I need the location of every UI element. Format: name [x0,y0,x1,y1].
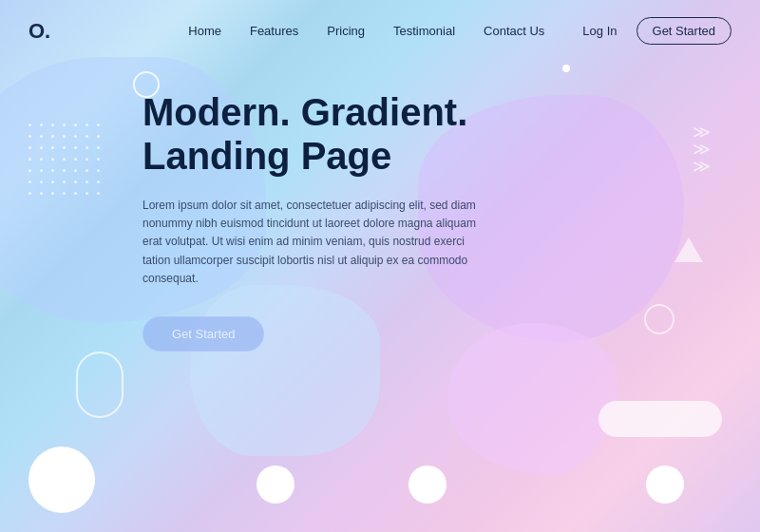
navbar: O. Home Features Pricing Testimonial Con… [0,0,760,62]
pill-shape [598,401,722,437]
nav-actions: Log In Get Started [582,17,732,45]
nav-pricing[interactable]: Pricing [327,24,365,38]
hero-description: Lorem ipsum dolor sit amet, consectetuer… [142,197,484,288]
login-button[interactable]: Log In [582,24,617,38]
get-started-nav-button[interactable]: Get Started [636,17,732,45]
white-circle-3 [408,466,446,504]
white-circle-4 [646,466,684,504]
nav-home[interactable]: Home [188,24,221,38]
nav-contact[interactable]: Contact Us [484,24,544,38]
white-circle-1 [28,446,95,513]
white-circle-2 [256,466,294,504]
nav-testimonial[interactable]: Testimonial [393,24,455,38]
logo: O. [28,19,50,44]
nav-features[interactable]: Features [250,24,298,38]
nav-links: Home Features Pricing Testimonial Contac… [188,24,544,38]
hero-section: Modern. Gradient. Landing Page Lorem ips… [0,62,760,352]
hero-title: Modern. Gradient. Landing Page [142,90,542,178]
get-started-hero-button[interactable]: Get Started [142,316,264,352]
circle-outline-bottom [76,352,124,418]
